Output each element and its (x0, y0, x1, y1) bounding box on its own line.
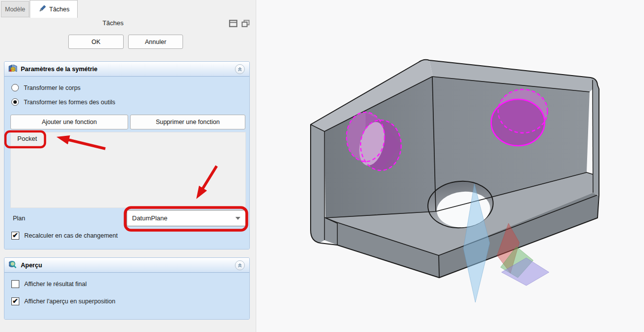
bracket-part[interactable] (311, 60, 599, 278)
cancel-button[interactable]: Annuler (128, 35, 183, 49)
radio-transform-body-label: Transformer le corps (24, 84, 81, 91)
3d-scene[interactable] (256, 0, 644, 332)
remove-feature-button[interactable]: Supprimer une fonction (130, 115, 245, 129)
collapse-mirror-icon[interactable] (235, 64, 245, 74)
radio-transform-body[interactable]: Transformer le corps (11, 84, 81, 91)
list-item-pocket[interactable]: Pocket (11, 132, 245, 142)
task-panel-header: Tâches (0, 19, 256, 29)
dock-panel-icon[interactable] (229, 20, 237, 27)
show-final-row[interactable]: Afficher le résultat final (11, 280, 87, 288)
feature-list[interactable]: Pocket (10, 132, 246, 208)
plane-label: Plan (13, 215, 25, 222)
show-final-checkbox[interactable] (11, 280, 19, 288)
show-overlay-row[interactable]: Afficher l'aperçu en superposition (11, 297, 115, 305)
preview-section: Aperçu Afficher le résultat final Affich… (4, 257, 250, 320)
task-panel: Modèle Tâches Tâches OK Annuler (0, 0, 256, 332)
preview-icon (8, 260, 17, 270)
collapse-preview-icon[interactable] (235, 260, 245, 270)
task-panel-title: Tâches (0, 19, 226, 27)
ok-button[interactable]: OK (68, 35, 124, 49)
recompute-label: Recalculer en cas de changement (24, 232, 118, 239)
mirror-section-header[interactable]: Paramètres de la symétrie (4, 62, 249, 77)
chevron-down-icon (235, 217, 240, 220)
show-overlay-label: Afficher l'aperçu en superposition (24, 298, 115, 305)
tab-model-label: Modèle (5, 6, 25, 13)
preview-section-body: Afficher le résultat final Afficher l'ap… (4, 273, 249, 320)
plane-combobox-value: DatumPlane (132, 214, 235, 222)
tab-tasks[interactable]: Tâches (30, 0, 78, 18)
pencil-icon (38, 4, 46, 14)
mirror-section-body: Transformer le corps Transformer les for… (4, 77, 249, 249)
radio-transform-toolshapes-label: Transformer les formes des outils (24, 99, 115, 106)
radio-transform-toolshapes[interactable]: Transformer les formes des outils (11, 98, 115, 106)
preview-section-header[interactable]: Aperçu (4, 258, 249, 273)
mirrored-feature-icon (8, 64, 17, 74)
tab-model[interactable]: Modèle (1, 1, 29, 17)
radio-transform-body-control[interactable] (11, 84, 19, 91)
preview-section-title: Aperçu (21, 262, 42, 269)
recompute-checkbox-row[interactable]: Recalculer en cas de changement (11, 232, 118, 240)
float-panel-icon[interactable] (241, 20, 250, 27)
show-overlay-checkbox[interactable] (11, 297, 19, 305)
recompute-checkbox[interactable] (11, 232, 19, 240)
freecad-window: Modèle Tâches Tâches OK Annuler (0, 0, 644, 332)
mirror-parameters-section: Paramètres de la symétrie Transformer le… (4, 61, 250, 249)
show-final-label: Afficher le résultat final (24, 281, 87, 288)
3d-viewport[interactable] (256, 0, 644, 332)
radio-transform-toolshapes-control[interactable] (11, 98, 19, 106)
mirror-section-title: Paramètres de la symétrie (21, 66, 97, 73)
add-feature-button[interactable]: Ajouter une fonction (10, 115, 128, 129)
tab-tasks-label: Tâches (49, 6, 70, 13)
plane-combobox[interactable]: DatumPlane (127, 210, 246, 226)
